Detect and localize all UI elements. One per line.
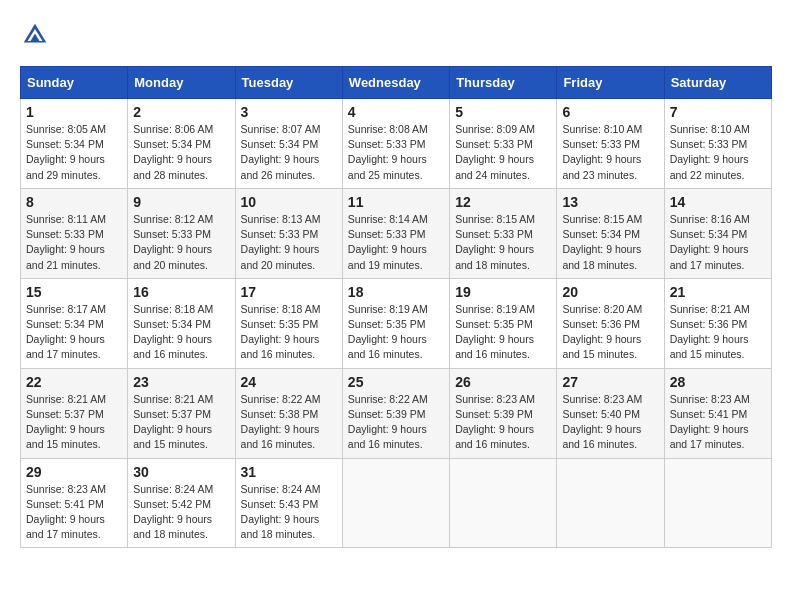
calendar-cell: 13Sunrise: 8:15 AMSunset: 5:34 PMDayligh… bbox=[557, 188, 664, 278]
general-blue-logo-icon bbox=[20, 20, 50, 50]
calendar-table: SundayMondayTuesdayWednesdayThursdayFrid… bbox=[20, 66, 772, 548]
day-number: 13 bbox=[562, 194, 658, 210]
day-info: Sunrise: 8:05 AMSunset: 5:34 PMDaylight:… bbox=[26, 122, 122, 183]
day-number: 1 bbox=[26, 104, 122, 120]
calendar-cell bbox=[450, 458, 557, 548]
day-info: Sunrise: 8:15 AMSunset: 5:34 PMDaylight:… bbox=[562, 212, 658, 273]
day-number: 3 bbox=[241, 104, 337, 120]
calendar-cell: 3Sunrise: 8:07 AMSunset: 5:34 PMDaylight… bbox=[235, 99, 342, 189]
day-number: 8 bbox=[26, 194, 122, 210]
day-info: Sunrise: 8:22 AMSunset: 5:38 PMDaylight:… bbox=[241, 392, 337, 453]
calendar-cell: 20Sunrise: 8:20 AMSunset: 5:36 PMDayligh… bbox=[557, 278, 664, 368]
day-number: 30 bbox=[133, 464, 229, 480]
weekday-header-wednesday: Wednesday bbox=[342, 67, 449, 99]
day-info: Sunrise: 8:19 AMSunset: 5:35 PMDaylight:… bbox=[455, 302, 551, 363]
day-number: 19 bbox=[455, 284, 551, 300]
day-number: 22 bbox=[26, 374, 122, 390]
day-number: 25 bbox=[348, 374, 444, 390]
weekday-header-monday: Monday bbox=[128, 67, 235, 99]
calendar-cell: 29Sunrise: 8:23 AMSunset: 5:41 PMDayligh… bbox=[21, 458, 128, 548]
day-info: Sunrise: 8:17 AMSunset: 5:34 PMDaylight:… bbox=[26, 302, 122, 363]
day-number: 2 bbox=[133, 104, 229, 120]
calendar-cell: 8Sunrise: 8:11 AMSunset: 5:33 PMDaylight… bbox=[21, 188, 128, 278]
day-number: 9 bbox=[133, 194, 229, 210]
calendar-cell: 7Sunrise: 8:10 AMSunset: 5:33 PMDaylight… bbox=[664, 99, 771, 189]
calendar-cell: 1Sunrise: 8:05 AMSunset: 5:34 PMDaylight… bbox=[21, 99, 128, 189]
day-number: 6 bbox=[562, 104, 658, 120]
day-number: 24 bbox=[241, 374, 337, 390]
day-number: 14 bbox=[670, 194, 766, 210]
day-info: Sunrise: 8:21 AMSunset: 5:37 PMDaylight:… bbox=[133, 392, 229, 453]
calendar-cell: 26Sunrise: 8:23 AMSunset: 5:39 PMDayligh… bbox=[450, 368, 557, 458]
calendar-cell bbox=[664, 458, 771, 548]
calendar-week-row: 8Sunrise: 8:11 AMSunset: 5:33 PMDaylight… bbox=[21, 188, 772, 278]
calendar-cell: 24Sunrise: 8:22 AMSunset: 5:38 PMDayligh… bbox=[235, 368, 342, 458]
day-number: 27 bbox=[562, 374, 658, 390]
day-info: Sunrise: 8:23 AMSunset: 5:41 PMDaylight:… bbox=[26, 482, 122, 543]
day-info: Sunrise: 8:23 AMSunset: 5:41 PMDaylight:… bbox=[670, 392, 766, 453]
day-info: Sunrise: 8:22 AMSunset: 5:39 PMDaylight:… bbox=[348, 392, 444, 453]
day-info: Sunrise: 8:14 AMSunset: 5:33 PMDaylight:… bbox=[348, 212, 444, 273]
day-info: Sunrise: 8:23 AMSunset: 5:40 PMDaylight:… bbox=[562, 392, 658, 453]
calendar-header-row: SundayMondayTuesdayWednesdayThursdayFrid… bbox=[21, 67, 772, 99]
day-number: 15 bbox=[26, 284, 122, 300]
calendar-cell: 21Sunrise: 8:21 AMSunset: 5:36 PMDayligh… bbox=[664, 278, 771, 368]
calendar-cell: 4Sunrise: 8:08 AMSunset: 5:33 PMDaylight… bbox=[342, 99, 449, 189]
day-info: Sunrise: 8:23 AMSunset: 5:39 PMDaylight:… bbox=[455, 392, 551, 453]
day-number: 16 bbox=[133, 284, 229, 300]
calendar-week-row: 22Sunrise: 8:21 AMSunset: 5:37 PMDayligh… bbox=[21, 368, 772, 458]
day-info: Sunrise: 8:18 AMSunset: 5:35 PMDaylight:… bbox=[241, 302, 337, 363]
day-info: Sunrise: 8:24 AMSunset: 5:42 PMDaylight:… bbox=[133, 482, 229, 543]
calendar-cell: 23Sunrise: 8:21 AMSunset: 5:37 PMDayligh… bbox=[128, 368, 235, 458]
calendar-week-row: 1Sunrise: 8:05 AMSunset: 5:34 PMDaylight… bbox=[21, 99, 772, 189]
day-number: 23 bbox=[133, 374, 229, 390]
calendar-cell: 6Sunrise: 8:10 AMSunset: 5:33 PMDaylight… bbox=[557, 99, 664, 189]
calendar-cell: 28Sunrise: 8:23 AMSunset: 5:41 PMDayligh… bbox=[664, 368, 771, 458]
calendar-cell bbox=[342, 458, 449, 548]
day-info: Sunrise: 8:21 AMSunset: 5:37 PMDaylight:… bbox=[26, 392, 122, 453]
calendar-cell: 19Sunrise: 8:19 AMSunset: 5:35 PMDayligh… bbox=[450, 278, 557, 368]
calendar-cell: 17Sunrise: 8:18 AMSunset: 5:35 PMDayligh… bbox=[235, 278, 342, 368]
day-number: 21 bbox=[670, 284, 766, 300]
day-info: Sunrise: 8:18 AMSunset: 5:34 PMDaylight:… bbox=[133, 302, 229, 363]
calendar-cell: 25Sunrise: 8:22 AMSunset: 5:39 PMDayligh… bbox=[342, 368, 449, 458]
day-number: 5 bbox=[455, 104, 551, 120]
weekday-header-friday: Friday bbox=[557, 67, 664, 99]
day-number: 20 bbox=[562, 284, 658, 300]
day-info: Sunrise: 8:24 AMSunset: 5:43 PMDaylight:… bbox=[241, 482, 337, 543]
day-number: 26 bbox=[455, 374, 551, 390]
day-info: Sunrise: 8:09 AMSunset: 5:33 PMDaylight:… bbox=[455, 122, 551, 183]
calendar-cell: 27Sunrise: 8:23 AMSunset: 5:40 PMDayligh… bbox=[557, 368, 664, 458]
day-info: Sunrise: 8:06 AMSunset: 5:34 PMDaylight:… bbox=[133, 122, 229, 183]
day-number: 7 bbox=[670, 104, 766, 120]
calendar-cell: 31Sunrise: 8:24 AMSunset: 5:43 PMDayligh… bbox=[235, 458, 342, 548]
calendar-cell: 18Sunrise: 8:19 AMSunset: 5:35 PMDayligh… bbox=[342, 278, 449, 368]
day-number: 28 bbox=[670, 374, 766, 390]
day-info: Sunrise: 8:13 AMSunset: 5:33 PMDaylight:… bbox=[241, 212, 337, 273]
calendar-cell: 5Sunrise: 8:09 AMSunset: 5:33 PMDaylight… bbox=[450, 99, 557, 189]
weekday-header-tuesday: Tuesday bbox=[235, 67, 342, 99]
page-header bbox=[20, 20, 772, 50]
weekday-header-sunday: Sunday bbox=[21, 67, 128, 99]
day-number: 10 bbox=[241, 194, 337, 210]
day-number: 18 bbox=[348, 284, 444, 300]
calendar-week-row: 15Sunrise: 8:17 AMSunset: 5:34 PMDayligh… bbox=[21, 278, 772, 368]
day-number: 4 bbox=[348, 104, 444, 120]
day-info: Sunrise: 8:10 AMSunset: 5:33 PMDaylight:… bbox=[562, 122, 658, 183]
logo bbox=[20, 20, 54, 50]
day-number: 12 bbox=[455, 194, 551, 210]
day-info: Sunrise: 8:20 AMSunset: 5:36 PMDaylight:… bbox=[562, 302, 658, 363]
calendar-cell: 15Sunrise: 8:17 AMSunset: 5:34 PMDayligh… bbox=[21, 278, 128, 368]
calendar-cell: 16Sunrise: 8:18 AMSunset: 5:34 PMDayligh… bbox=[128, 278, 235, 368]
day-number: 31 bbox=[241, 464, 337, 480]
day-info: Sunrise: 8:15 AMSunset: 5:33 PMDaylight:… bbox=[455, 212, 551, 273]
calendar-cell: 12Sunrise: 8:15 AMSunset: 5:33 PMDayligh… bbox=[450, 188, 557, 278]
day-info: Sunrise: 8:21 AMSunset: 5:36 PMDaylight:… bbox=[670, 302, 766, 363]
calendar-cell: 2Sunrise: 8:06 AMSunset: 5:34 PMDaylight… bbox=[128, 99, 235, 189]
calendar-cell: 14Sunrise: 8:16 AMSunset: 5:34 PMDayligh… bbox=[664, 188, 771, 278]
day-number: 11 bbox=[348, 194, 444, 210]
day-number: 29 bbox=[26, 464, 122, 480]
weekday-header-thursday: Thursday bbox=[450, 67, 557, 99]
day-info: Sunrise: 8:10 AMSunset: 5:33 PMDaylight:… bbox=[670, 122, 766, 183]
day-info: Sunrise: 8:11 AMSunset: 5:33 PMDaylight:… bbox=[26, 212, 122, 273]
